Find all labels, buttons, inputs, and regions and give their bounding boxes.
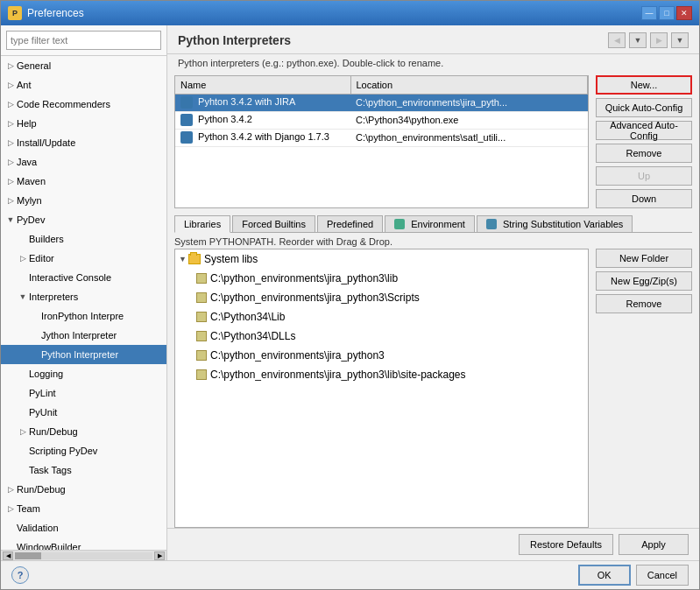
footer-bar: Restore Defaults Apply <box>167 528 699 560</box>
bottom-right: OK Cancel <box>578 565 689 586</box>
sidebar-item-code-recommenders[interactable]: ▷ Code Recommenders <box>1 95 166 114</box>
tab-forced-builtins[interactable]: Forced Builtins <box>232 215 315 232</box>
interp-location: C:\Python34\python.exe <box>350 111 588 129</box>
list-item[interactable]: C:\Python34\Lib <box>175 307 588 327</box>
ok-button[interactable]: OK <box>578 565 631 586</box>
sidebar-item-team[interactable]: ▷ Team <box>1 499 166 518</box>
title-bar: P Preferences — □ ✕ <box>1 1 699 25</box>
sidebar-scrollbar: ◀ ▶ <box>1 550 166 560</box>
sidebar-item-editor[interactable]: ▷ Editor <box>1 249 166 268</box>
main-content: ▷ General ▷ Ant ▷ Code Recommenders ▷ He… <box>1 25 699 560</box>
minimize-button[interactable]: — <box>641 6 657 20</box>
tab-environment[interactable]: Environment <box>385 215 475 232</box>
sidebar-item-java[interactable]: ▷ Java <box>1 152 166 172</box>
nav-back-button[interactable]: ◀ <box>608 32 626 48</box>
sidebar-item-pyunit[interactable]: PyUnit <box>1 403 166 422</box>
table-row[interactable]: Python 3.4.2 C:\Python34\python.exe <box>175 111 588 129</box>
expand-icon: ▷ <box>4 193 17 208</box>
help-button[interactable]: ? <box>11 566 29 584</box>
apply-button[interactable]: Apply <box>619 534 689 555</box>
close-button[interactable]: ✕ <box>676 6 692 20</box>
sidebar-item-label: IronPython Interpre <box>41 308 124 324</box>
sidebar-item-run-debug[interactable]: ▷ Run/Debug <box>1 422 166 441</box>
sidebar-item-help[interactable]: ▷ Help <box>1 114 166 133</box>
file-icon <box>196 312 207 322</box>
sidebar-item-label: Team <box>17 501 40 516</box>
nav-menu-button[interactable]: ▼ <box>671 32 689 48</box>
filter-input[interactable] <box>6 31 161 50</box>
list-item[interactable]: C:\python_environments\jira_python3 <box>175 346 588 365</box>
advanced-auto-config-button[interactable]: Advanced Auto-Config <box>596 121 692 140</box>
sidebar-item-mylyn[interactable]: ▷ Mylyn <box>1 191 166 210</box>
subst-icon <box>486 219 497 229</box>
expand-icon: ▷ <box>17 424 29 439</box>
cancel-button[interactable]: Cancel <box>636 565 689 586</box>
sidebar-item-python-interpreter[interactable]: Python Interpreter <box>1 345 166 364</box>
new-folder-button[interactable]: New Folder <box>596 249 692 268</box>
sidebar-item-install-update[interactable]: ▷ Install/Update <box>1 133 166 152</box>
col-name-header: Name <box>175 76 350 94</box>
list-item[interactable]: C:\Python34\DLLs <box>175 327 588 346</box>
table-row[interactable]: Pyhton 3.4.2 with JIRA C:\python_environ… <box>175 94 588 111</box>
scroll-right-btn[interactable]: ▶ <box>154 551 165 560</box>
tab-string-substitution[interactable]: String Substitution Variables <box>477 215 633 232</box>
sidebar-item-jython[interactable]: Jython Interpreter <box>1 326 166 345</box>
expand-icon: ▷ <box>4 58 17 74</box>
expand-icon: ▷ <box>4 154 17 170</box>
expand-icon: ▷ <box>4 501 17 516</box>
sidebar-item-builders[interactable]: Builders <box>1 229 166 249</box>
sidebar-item-ant[interactable]: ▷ Ant <box>1 75 166 95</box>
right-panel: Python Interpreters ◀ ▼ ▶ ▼ Python inter… <box>167 25 699 560</box>
sidebar-item-window-builder[interactable]: WindowBuilder <box>1 537 166 550</box>
expand-icon: ▷ <box>17 250 29 266</box>
sidebar-item-interactive-console[interactable]: Interactive Console <box>1 268 166 287</box>
sidebar-item-task-tags[interactable]: Task Tags <box>1 460 166 480</box>
table-row[interactable]: Python 3.4.2 with Django 1.7.3 C:\python… <box>175 129 588 146</box>
lib-path: C:\python_environments\jira_python3\Scri… <box>210 290 420 306</box>
list-item[interactable]: C:\python_environments\jira_python3\lib <box>175 269 588 288</box>
list-item[interactable]: C:\python_environments\jira_python3\lib\… <box>175 365 588 384</box>
bottom-left: ? <box>11 566 29 584</box>
libs-remove-button[interactable]: Remove <box>596 294 692 313</box>
new-button[interactable]: New... <box>596 75 692 95</box>
sidebar-item-maven[interactable]: ▷ Maven <box>1 172 166 191</box>
file-icon <box>196 350 207 361</box>
sidebar-item-interpreters[interactable]: ▼ Interpreters <box>1 287 166 306</box>
sidebar-item-label: Validation <box>17 520 59 536</box>
expand-icon: ▷ <box>4 116 17 131</box>
panel-description: Python interpreters (e.g.: python.exe). … <box>167 54 699 72</box>
nav-dropdown-button[interactable]: ▼ <box>629 32 647 48</box>
quick-auto-config-button[interactable]: Quick Auto-Config <box>596 98 692 117</box>
sidebar-item-logging[interactable]: Logging <box>1 364 166 383</box>
lib-path: C:\python_environments\jira_python3\lib\… <box>210 367 466 383</box>
list-item[interactable]: C:\python_environments\jira_python3\Scri… <box>175 288 588 307</box>
col-location-header: Location <box>350 76 588 94</box>
sidebar-item-general[interactable]: ▷ General <box>1 56 166 75</box>
sidebar-item-label: Interpreters <box>29 289 78 305</box>
sidebar-item-scripting-pydev[interactable]: Scripting PyDev <box>1 441 166 460</box>
sidebar-item-label: WindowBuilder <box>17 539 81 550</box>
sidebar-item-label: PyUnit <box>29 404 57 420</box>
restore-defaults-button[interactable]: Restore Defaults <box>519 534 613 555</box>
up-button[interactable]: Up <box>596 166 692 186</box>
lib-root-item[interactable]: ▼ System libs <box>175 249 588 269</box>
sidebar-item-ironpython[interactable]: IronPython Interpre <box>1 306 166 326</box>
sidebar-item-pylint[interactable]: PyLint <box>1 383 166 403</box>
tab-libraries[interactable]: Libraries <box>174 215 230 233</box>
sidebar-item-label: Install/Update <box>17 135 75 151</box>
nav-forward-button[interactable]: ▶ <box>650 32 668 48</box>
panel-title: Python Interpreters <box>178 33 291 47</box>
maximize-button[interactable]: □ <box>659 6 675 20</box>
sidebar-item-pydev[interactable]: ▼ PyDev <box>1 210 166 229</box>
scroll-left-btn[interactable]: ◀ <box>3 551 13 560</box>
python-icon <box>180 96 193 109</box>
sidebar-item-label: Mylyn <box>17 193 42 208</box>
new-egg-zip-button[interactable]: New Egg/Zip(s) <box>596 271 692 291</box>
remove-button[interactable]: Remove <box>596 144 692 163</box>
down-button[interactable]: Down <box>596 189 692 208</box>
sidebar-item-run-debug-top[interactable]: ▷ Run/Debug <box>1 480 166 499</box>
tabs-section: Libraries Forced Builtins Predefined Env… <box>174 215 692 233</box>
bottom-bar: ? OK Cancel <box>1 560 699 589</box>
tab-predefined[interactable]: Predefined <box>317 215 383 232</box>
sidebar-item-validation[interactable]: Validation <box>1 518 166 537</box>
